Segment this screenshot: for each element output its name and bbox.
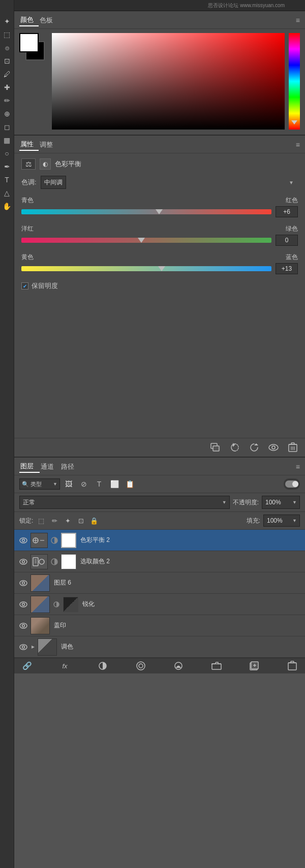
svg-point-25: [22, 560, 25, 563]
layer-type-select[interactable]: 类型: [30, 481, 51, 487]
layers-menu-icon[interactable]: ≡: [296, 463, 300, 471]
tool-hand[interactable]: ✋: [1, 200, 13, 212]
tab-properties[interactable]: 属性: [19, 139, 39, 151]
color-panel-body: [14, 29, 305, 135]
hue-bar[interactable]: [289, 33, 300, 130]
layer-filter-smart-icon[interactable]: 📋: [123, 478, 136, 490]
lock-artboard-icon[interactable]: ⊡: [76, 516, 86, 526]
yellow-blue-thumb[interactable]: [158, 266, 165, 271]
props-panel-menu-icon[interactable]: ≡: [296, 141, 300, 149]
loop-action-icon[interactable]: [228, 441, 242, 454]
cyan-red-value[interactable]: +6: [276, 206, 298, 217]
yellow-blue-slider-row: 黄色 蓝色 +13: [21, 253, 298, 274]
tab-channels[interactable]: 通道: [40, 461, 60, 472]
magenta-green-track[interactable]: [21, 238, 271, 243]
yellow-blue-track[interactable]: [21, 266, 271, 271]
layer-filter-image-icon[interactable]: 🖼: [62, 478, 75, 490]
tool-pen[interactable]: ✒: [1, 160, 13, 173]
yellow-blue-track-wrapper: +13: [21, 263, 298, 274]
tool-crop[interactable]: ⊡: [1, 55, 13, 67]
layer-group-arrow[interactable]: [30, 645, 36, 650]
color-gradient-picker[interactable]: [52, 33, 285, 130]
tab-layers[interactable]: 图层: [19, 461, 40, 473]
layer-mask-selective-icon[interactable]: [50, 557, 59, 566]
bottom-fill-icon[interactable]: [96, 660, 109, 671]
layer-item-selective[interactable]: 选取颜色 2: [14, 551, 305, 572]
lock-all-icon[interactable]: 🔒: [89, 516, 99, 526]
bottom-mask-icon[interactable]: [134, 660, 147, 671]
tool-stamp[interactable]: ⊕: [1, 108, 13, 120]
layer-filter-text-icon[interactable]: T: [93, 478, 106, 490]
layer-item-6[interactable]: 图层 6: [14, 572, 305, 594]
tool-heal[interactable]: ✚: [1, 81, 13, 93]
layer-eye-tiaose[interactable]: [18, 642, 28, 652]
foreground-swatch[interactable]: [19, 33, 39, 52]
tool-brush[interactable]: ✏: [1, 94, 13, 107]
layer-search-icon: 🔍: [22, 481, 29, 488]
layer-eye-6[interactable]: [18, 578, 28, 588]
lock-paint-icon[interactable]: ✏: [49, 516, 59, 526]
layer-filter-adjust-icon[interactable]: ⊘: [77, 478, 90, 490]
preserve-label: 保留明度: [32, 281, 58, 291]
balance-icon[interactable]: ⚖: [21, 158, 36, 170]
color-panel-menu-icon[interactable]: ≡: [296, 16, 300, 24]
lock-pixels-icon[interactable]: ⬚: [36, 516, 46, 526]
eye-action-icon[interactable]: [266, 441, 281, 454]
layer-item-tiaose[interactable]: 调色: [14, 636, 305, 658]
tool-lasso[interactable]: ⌾: [1, 42, 13, 54]
tool-gradient[interactable]: ▦: [1, 134, 13, 146]
fill-label: 填充:: [247, 517, 260, 525]
magenta-green-value[interactable]: 0: [276, 235, 298, 246]
cyan-label: 青色: [21, 196, 34, 205]
layer-filter-shape-icon[interactable]: ⬜: [108, 478, 121, 490]
bottom-fx-icon[interactable]: fx: [58, 660, 72, 671]
layer-eye-sharp[interactable]: [18, 599, 28, 609]
fill-select[interactable]: 100% 90%: [263, 515, 300, 527]
tab-swatches[interactable]: 色板: [39, 15, 58, 26]
layer-item-merge[interactable]: 盖印: [14, 615, 305, 636]
cyan-red-thumb[interactable]: [156, 209, 163, 214]
bottom-adj-icon[interactable]: [172, 660, 185, 671]
svg-marker-3: [254, 443, 258, 445]
bottom-delete-icon[interactable]: [286, 660, 299, 671]
reset-action-icon[interactable]: [247, 441, 261, 454]
bottom-new-layer-icon[interactable]: [248, 660, 261, 671]
layer-item-sharp[interactable]: 锐化: [14, 594, 305, 615]
bottom-group-icon[interactable]: [210, 660, 223, 671]
svg-marker-42: [32, 646, 35, 649]
tab-adjustments[interactable]: 调整: [39, 139, 58, 150]
layer-item-balance[interactable]: 色彩平衡 2: [14, 530, 305, 551]
magenta-label: 洋红: [21, 224, 34, 233]
yellow-blue-value[interactable]: +13: [276, 263, 298, 274]
lock-label: 锁定:: [19, 517, 33, 525]
layer-eye-merge[interactable]: [18, 621, 28, 631]
opacity-select[interactable]: 100% 90% 80%: [262, 496, 300, 509]
blend-mode-select[interactable]: 正常 溶解 变暗 正片叠底: [19, 496, 230, 509]
tone-select[interactable]: 阴影 中间调 高光: [41, 176, 66, 189]
layer-filter-toggle[interactable]: [284, 478, 300, 490]
layer-eye-balance[interactable]: [18, 535, 28, 545]
bottom-link-icon[interactable]: 🔗: [20, 660, 34, 671]
tool-dodge[interactable]: ○: [1, 147, 13, 159]
svg-point-34: [22, 582, 25, 584]
layer-eye-selective[interactable]: [18, 557, 28, 567]
tool-eraser[interactable]: ◻: [1, 121, 13, 133]
lock-move-icon[interactable]: ✦: [63, 516, 73, 526]
tone-label: 色调:: [21, 178, 37, 187]
preserve-checkbox[interactable]: ✔: [21, 282, 28, 290]
delete-action-icon[interactable]: [286, 441, 300, 454]
layer-mask-sharp-icon[interactable]: [52, 600, 61, 609]
tool-select[interactable]: ⬚: [1, 28, 13, 41]
clip-action-icon[interactable]: [208, 441, 223, 454]
tool-shape[interactable]: △: [1, 187, 13, 199]
clip-icon[interactable]: ◐: [40, 158, 51, 170]
tool-text[interactable]: T: [1, 174, 13, 186]
layer-mask-balance-icon[interactable]: [50, 536, 59, 545]
tab-paths[interactable]: 路径: [60, 461, 80, 472]
tool-move[interactable]: ✦: [1, 15, 13, 27]
svg-point-33: [20, 581, 27, 586]
tab-color[interactable]: 颜色: [19, 14, 39, 26]
cyan-red-track[interactable]: [21, 209, 271, 214]
magenta-green-thumb[interactable]: [138, 238, 145, 243]
tool-eyedropper[interactable]: 🖊: [1, 68, 13, 80]
